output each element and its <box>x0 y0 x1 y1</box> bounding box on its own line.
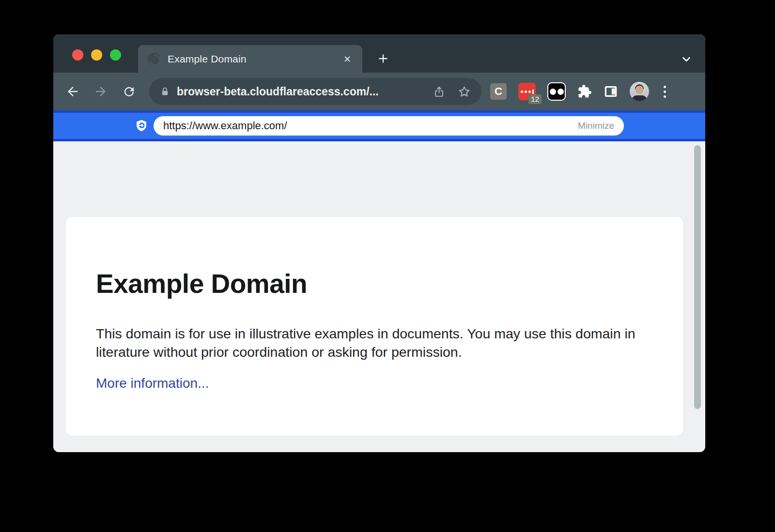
page-title: Example Domain <box>96 268 653 299</box>
tab-close-icon[interactable] <box>342 54 353 64</box>
back-button[interactable] <box>65 84 80 99</box>
profile-avatar[interactable] <box>630 82 649 101</box>
extension-c-icon[interactable]: C <box>490 83 507 100</box>
traffic-lights <box>72 49 121 61</box>
page-body-text: This domain is for use in illustrative e… <box>96 324 653 361</box>
chevron-down-icon[interactable] <box>679 52 694 66</box>
side-panel-icon[interactable] <box>604 84 618 99</box>
extensions-row: C 12 <box>490 82 678 101</box>
content-card: Example Domain This domain is for use in… <box>66 217 683 436</box>
lock-icon[interactable] <box>160 87 170 97</box>
extension-black-circles-icon[interactable] <box>547 82 566 101</box>
remote-url-value[interactable]: https://www.example.com/ <box>163 120 572 132</box>
more-information-link[interactable]: More information... <box>96 376 209 391</box>
forward-button[interactable] <box>93 84 108 99</box>
page-viewport: Example Domain This domain is for use in… <box>53 141 705 452</box>
reload-button[interactable] <box>121 84 137 99</box>
new-tab-button[interactable] <box>376 51 390 66</box>
browser-tab[interactable]: Example Domain <box>138 45 362 73</box>
globe-favicon-icon <box>148 53 160 65</box>
browser-menu-icon[interactable] <box>661 86 669 98</box>
extension-red-dots-icon[interactable]: 12 <box>518 83 536 100</box>
remote-url-input[interactable]: https://www.example.com/ Minimize <box>154 116 624 136</box>
bookmark-star-icon[interactable] <box>458 85 471 98</box>
zoom-window-button[interactable] <box>110 49 121 61</box>
close-window-button[interactable] <box>72 49 83 61</box>
browser-toolbar: browser-beta.cloudflareaccess.com/... C … <box>53 73 705 110</box>
extension-badge: 12 <box>528 94 542 104</box>
tab-title: Example Domain <box>168 53 342 65</box>
browser-window: Example Domain browser-beta.cloudflareac <box>53 34 705 452</box>
extensions-puzzle-icon[interactable] <box>577 84 592 99</box>
minimize-bar-button[interactable]: Minimize <box>578 121 614 131</box>
scrollbar-thumb[interactable] <box>694 145 701 409</box>
address-bar-url[interactable]: browser-beta.cloudflareaccess.com/... <box>177 85 420 98</box>
remote-browser-bar: https://www.example.com/ Minimize <box>53 110 705 141</box>
address-bar[interactable]: browser-beta.cloudflareaccess.com/... <box>149 78 481 105</box>
tab-strip: Example Domain <box>53 34 705 73</box>
share-icon[interactable] <box>433 86 445 98</box>
shield-access-icon <box>135 119 148 133</box>
minimize-window-button[interactable] <box>91 49 102 61</box>
